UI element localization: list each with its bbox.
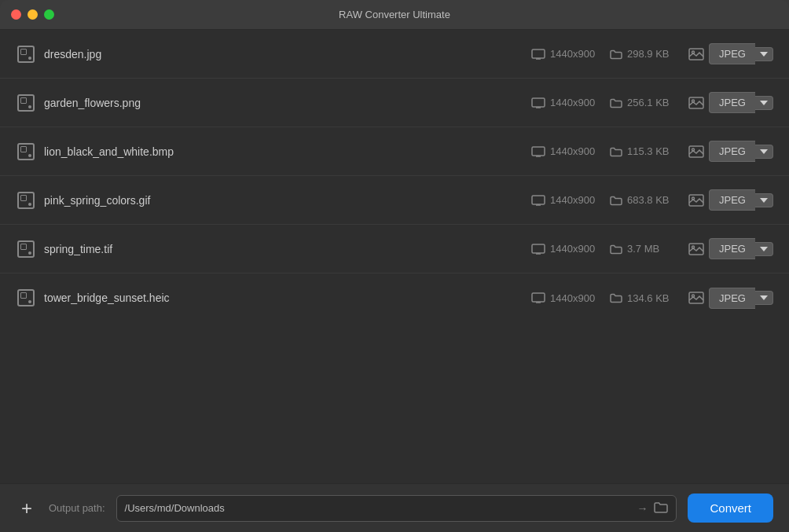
monitor-icon	[531, 97, 545, 108]
file-row: spring_time.tif 1440x900 3.7 MB	[0, 225, 789, 273]
output-path-container[interactable]: /Users/md/Downloads →	[116, 495, 677, 522]
format-dropdown-button[interactable]	[755, 242, 773, 256]
file-list: dresden.jpg 1440x900 298.9 KB	[0, 30, 789, 483]
folder-icon	[610, 48, 622, 61]
monitor-icon	[531, 292, 545, 303]
format-dropdown-button[interactable]	[755, 193, 773, 207]
file-thumbnail-icon	[16, 44, 36, 64]
file-name: pink_spring_colors.gif	[44, 194, 531, 207]
title-bar: RAW Converter Ultimate	[0, 0, 789, 30]
format-selector[interactable]: JPEG	[688, 288, 773, 309]
format-dropdown-button[interactable]	[755, 145, 773, 159]
file-dimensions: 1440x900	[531, 292, 610, 304]
image-icon	[688, 48, 704, 61]
file-thumbnail-icon	[16, 288, 36, 308]
svg-rect-15	[532, 196, 545, 204]
close-button[interactable]	[11, 9, 21, 20]
svg-rect-5	[532, 98, 545, 107]
maximize-button[interactable]	[44, 9, 54, 20]
file-dimensions: 1440x900	[531, 48, 610, 60]
format-dropdown-button[interactable]	[755, 291, 773, 305]
file-name: lion_black_and_white.bmp	[44, 145, 531, 158]
file-thumbnail-icon	[16, 141, 36, 162]
chevron-down-icon	[760, 198, 768, 203]
folder-icon	[610, 243, 622, 255]
file-size: 683.8 KB	[610, 194, 688, 207]
file-thumbnail-icon	[16, 239, 36, 259]
monitor-icon	[531, 146, 545, 157]
folder-icon	[610, 145, 622, 158]
format-dropdown-button[interactable]	[755, 96, 773, 110]
monitor-icon	[531, 49, 545, 60]
format-selector[interactable]: JPEG	[688, 189, 773, 211]
file-name: garden_flowers.png	[44, 97, 531, 109]
output-path-text: /Users/md/Downloads	[125, 502, 631, 514]
image-icon	[688, 243, 704, 255]
format-label: JPEG	[709, 43, 755, 64]
format-label: JPEG	[709, 288, 755, 309]
svg-rect-10	[532, 147, 545, 156]
file-row: dresden.jpg 1440x900 298.9 KB	[0, 30, 789, 79]
chevron-down-icon	[760, 149, 768, 154]
file-dimensions: 1440x900	[531, 145, 610, 157]
format-dropdown-button[interactable]	[755, 47, 773, 61]
folder-icon	[610, 97, 622, 109]
file-size: 115.3 KB	[610, 145, 688, 158]
file-row: lion_black_and_white.bmp 1440x900 115.3 …	[0, 127, 789, 176]
file-size: 3.7 MB	[610, 243, 688, 255]
main-content: dresden.jpg 1440x900 298.9 KB	[0, 30, 789, 532]
format-selector[interactable]: JPEG	[688, 43, 773, 64]
file-dimensions: 1440x900	[531, 97, 610, 108]
chevron-down-icon	[760, 247, 768, 251]
output-label: Output path:	[49, 502, 105, 514]
arrow-icon: →	[637, 502, 648, 515]
minimize-button[interactable]	[28, 9, 38, 20]
format-label: JPEG	[709, 189, 755, 211]
svg-rect-20	[532, 244, 545, 253]
file-name: dresden.jpg	[44, 48, 531, 61]
svg-rect-0	[532, 50, 545, 58]
browse-folder-icon[interactable]	[654, 501, 668, 516]
image-icon	[688, 145, 704, 158]
footer: + Output path: /Users/md/Downloads → Con…	[0, 483, 789, 532]
folder-icon	[610, 292, 622, 304]
image-icon	[688, 292, 704, 304]
file-row: tower_bridge_sunset.heic 1440x900 134.6 …	[0, 273, 789, 322]
file-size: 298.9 KB	[610, 48, 688, 61]
svg-rect-25	[532, 293, 545, 302]
app-title: RAW Converter Ultimate	[339, 9, 450, 20]
format-label: JPEG	[709, 141, 755, 162]
file-dimensions: 1440x900	[531, 194, 610, 206]
file-name: spring_time.tif	[44, 243, 531, 255]
image-icon	[688, 194, 704, 207]
monitor-icon	[531, 244, 545, 255]
format-label: JPEG	[709, 92, 755, 113]
format-label: JPEG	[709, 238, 755, 259]
format-selector[interactable]: JPEG	[688, 238, 773, 259]
file-row: garden_flowers.png 1440x900 256.1 KB	[0, 79, 789, 127]
file-size: 134.6 KB	[610, 292, 688, 304]
file-thumbnail-icon	[16, 93, 36, 113]
file-thumbnail-icon	[16, 190, 36, 211]
image-icon	[688, 97, 704, 109]
format-selector[interactable]: JPEG	[688, 141, 773, 162]
folder-icon	[610, 194, 622, 207]
file-row: pink_spring_colors.gif 1440x900 683.8 KB	[0, 176, 789, 225]
convert-button[interactable]: Convert	[688, 493, 773, 523]
file-name: tower_bridge_sunset.heic	[44, 292, 531, 304]
file-dimensions: 1440x900	[531, 243, 610, 255]
file-size: 256.1 KB	[610, 97, 688, 109]
window-controls[interactable]	[11, 9, 54, 20]
chevron-down-icon	[760, 52, 768, 57]
chevron-down-icon	[760, 101, 768, 105]
format-selector[interactable]: JPEG	[688, 92, 773, 113]
chevron-down-icon	[760, 295, 768, 300]
monitor-icon	[531, 195, 545, 206]
add-button[interactable]: +	[16, 497, 38, 519]
